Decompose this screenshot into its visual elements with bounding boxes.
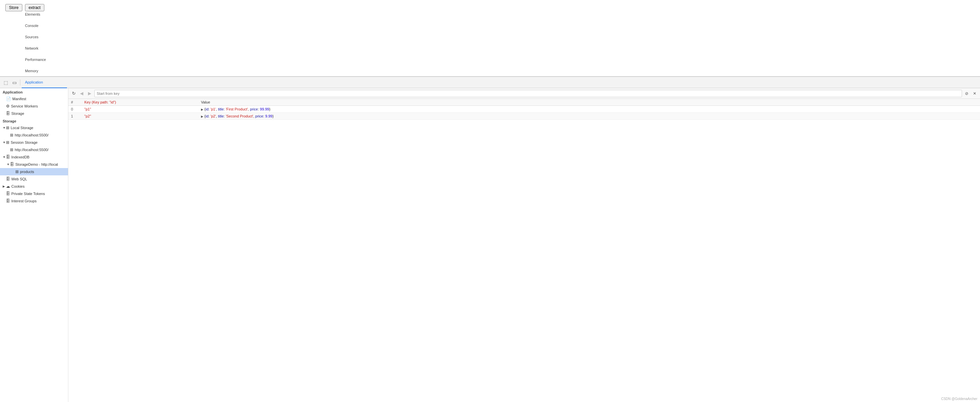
watermark: CSDN @GoldenaArcher <box>941 397 977 400</box>
value-colored-0: {id: 'p1', title: 'First Product', price… <box>204 107 270 111</box>
table-row-0[interactable]: 0"p1"▶{id: 'p1', title: 'First Product',… <box>68 106 980 113</box>
storagedb-icon: 🗄 <box>10 162 14 167</box>
manifest-label: Manifest <box>12 97 26 101</box>
sidebar-item-websql[interactable]: 🗄Web SQL <box>0 176 68 183</box>
local-storage-icon: ⊞ <box>6 125 10 130</box>
websql-icon: 🗄 <box>6 177 10 181</box>
local-storage-localhost-label: http://localhost:5500/ <box>15 133 49 137</box>
private-state-tokens-label: Private State Tokens <box>11 192 45 196</box>
tab-sources[interactable]: Sources <box>22 32 67 43</box>
sidebar: Application📄Manifest⚙Service Workers🗄Sto… <box>0 88 68 402</box>
indexeddb-icon: 🗄 <box>6 155 10 160</box>
cell-key-1: "p2" <box>82 113 198 120</box>
col-header-key: Key (Key path: "id") <box>82 99 198 106</box>
table-body: 0"p1"▶{id: 'p1', title: 'First Product',… <box>68 106 980 120</box>
value-triangle-0: ▶ <box>201 108 203 111</box>
tab-network[interactable]: Network <box>22 43 67 54</box>
sidebar-item-local-storage[interactable]: ⊞Local Storage <box>0 124 68 131</box>
tab-memory[interactable]: Memory <box>22 66 67 77</box>
tab-performance[interactable]: Performance <box>22 54 67 66</box>
forward-button[interactable]: ▶ <box>86 90 93 97</box>
panel-toolbar: ↻ ◀ ▶ ⊘ ✕ <box>68 88 980 99</box>
sidebar-item-interest-groups[interactable]: 🗄Interest Groups <box>0 197 68 205</box>
cell-value-text-1: ▶{id: 'p2', title: 'Second Product', pri… <box>201 114 274 118</box>
interest-groups-label: Interest Groups <box>11 199 37 203</box>
col-header-num: # <box>68 99 82 106</box>
cell-value-1: ▶{id: 'p2', title: 'Second Product', pri… <box>198 113 980 120</box>
cell-num-0: 0 <box>68 106 82 113</box>
sidebar-section-storage: Storage <box>0 117 68 124</box>
table-row-1[interactable]: 1"p2"▶{id: 'p2', title: 'Second Product'… <box>68 113 980 120</box>
service-workers-icon: ⚙ <box>6 104 10 109</box>
sidebar-item-session-storage-localhost[interactable]: ⊞http://localhost:5500/ <box>0 146 68 154</box>
sidebar-item-indexeddb[interactable]: 🗄IndexedDB <box>0 154 68 161</box>
storagedb-expand-arrow <box>7 163 10 166</box>
col-header-value: Value <box>198 99 980 106</box>
cell-value-text-0: ▶{id: 'p1', title: 'First Product', pric… <box>201 107 270 111</box>
sidebar-item-local-storage-localhost[interactable]: ⊞http://localhost:5500/ <box>0 131 68 139</box>
data-table: # Key (Key path: "id") Value 0"p1"▶{id: … <box>68 99 980 402</box>
devtools-body: Application📄Manifest⚙Service Workers🗄Sto… <box>0 88 980 402</box>
storage-label: Storage <box>11 111 24 116</box>
tab-elements[interactable]: Elements <box>22 9 67 20</box>
interest-groups-icon: 🗄 <box>6 199 10 203</box>
indexeddb-expand-arrow <box>3 155 6 159</box>
storage-icon: 🗄 <box>6 111 10 116</box>
sidebar-item-manifest[interactable]: 📄Manifest <box>0 95 68 103</box>
cell-value-0: ▶{id: 'p1', title: 'First Product', pric… <box>198 106 980 113</box>
device-toolbar-button[interactable]: ▭ <box>10 78 19 87</box>
sidebar-item-session-storage[interactable]: ⊞Session Storage <box>0 139 68 146</box>
store-button[interactable]: Store <box>5 4 22 11</box>
webpage-area: Store extract <box>0 0 980 76</box>
back-button[interactable]: ◀ <box>78 90 85 97</box>
main-panel: ↻ ◀ ▶ ⊘ ✕ # Key (Key path: "id") Value <box>68 88 980 402</box>
indexeddb-table: # Key (Key path: "id") Value 0"p1"▶{id: … <box>68 99 980 120</box>
private-state-tokens-icon: 🗄 <box>6 192 10 196</box>
local-storage-expand-arrow <box>3 126 6 130</box>
session-storage-label: Session Storage <box>11 141 38 144</box>
sidebar-item-storage[interactable]: 🗄Storage <box>0 110 68 117</box>
refresh-button[interactable]: ↻ <box>70 90 77 97</box>
tab-application[interactable]: Application <box>22 77 67 88</box>
cell-key-0: "p1" <box>82 106 198 113</box>
sidebar-item-private-state-tokens[interactable]: 🗄Private State Tokens <box>0 190 68 197</box>
inspect-element-button[interactable]: ⬚ <box>2 78 10 87</box>
start-from-key-input[interactable] <box>94 90 962 97</box>
cookies-label: Cookies <box>11 184 25 188</box>
cell-num-1: 1 <box>68 113 82 120</box>
session-storage-expand-arrow <box>3 141 6 144</box>
session-storage-localhost-icon: ⊞ <box>10 147 13 152</box>
session-storage-icon: ⊞ <box>6 140 10 145</box>
products-icon: ⊞ <box>15 169 19 174</box>
clear-button[interactable]: ✕ <box>971 90 978 97</box>
sidebar-item-storagedb[interactable]: 🗄StorageDemo - http://local <box>0 161 68 168</box>
sidebar-item-service-workers[interactable]: ⚙Service Workers <box>0 103 68 110</box>
value-colored-1: {id: 'p2', title: 'Second Product', pric… <box>204 114 274 118</box>
sidebar-item-products[interactable]: ⊞products <box>0 168 68 176</box>
cookies-expand-arrow <box>3 185 6 188</box>
tab-console[interactable]: Console <box>22 20 67 32</box>
session-storage-localhost-label: http://localhost:5500/ <box>15 148 49 152</box>
cookies-icon: ☁ <box>6 184 10 189</box>
products-label: products <box>20 170 34 174</box>
sidebar-section-application: Application <box>0 88 68 95</box>
devtools-panel: ⬚ ▭ ElementsConsoleSourcesNetworkPerform… <box>0 76 980 402</box>
local-storage-localhost-icon: ⊞ <box>10 133 13 138</box>
indexeddb-label: IndexedDB <box>11 155 29 159</box>
devtools-tabbar: ⬚ ▭ ElementsConsoleSourcesNetworkPerform… <box>0 77 980 88</box>
sidebar-item-cookies[interactable]: ☁Cookies <box>0 183 68 190</box>
manifest-icon: 📄 <box>6 97 11 101</box>
value-triangle-1: ▶ <box>201 115 203 118</box>
storagedb-label: StorageDemo - http://local <box>15 162 58 166</box>
websql-label: Web SQL <box>11 177 27 181</box>
local-storage-label: Local Storage <box>11 126 33 130</box>
search-button[interactable]: ⊘ <box>963 90 970 97</box>
service-workers-label: Service Workers <box>11 104 38 108</box>
